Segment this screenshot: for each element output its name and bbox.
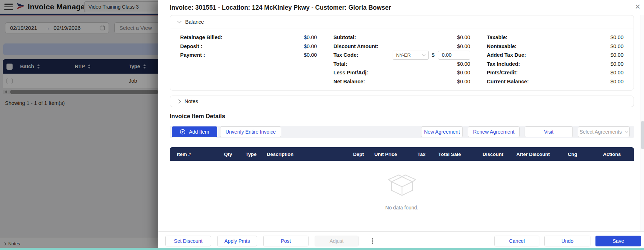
field-label: Nontaxable:: [487, 43, 517, 49]
drawer-titlebar: Invoice: 301551 - Location: 124 McKinley…: [170, 0, 634, 15]
apply-pmts-button[interactable]: Apply Pmts: [217, 236, 257, 246]
items-column-qty: Qty: [224, 152, 246, 157]
items-column-tax: Tax: [417, 152, 438, 157]
currency-symbol: $: [432, 52, 435, 58]
field-label: Net Balance:: [333, 79, 365, 84]
chevron-down-icon: [625, 129, 629, 133]
tax-code-select[interactable]: NY-ER: [393, 51, 429, 60]
field-label: Less Pmt/Adj:: [333, 70, 368, 75]
set-discount-button[interactable]: Set Discount: [165, 236, 211, 246]
field-value: $0.00: [457, 70, 470, 75]
empty-box-icon: [387, 174, 417, 200]
adjust-button[interactable]: Adjust: [315, 236, 358, 246]
balance-section: Balance Retainage Billed:$0.00 Deposit :…: [170, 15, 634, 91]
balance-col-3: Taxable:$0.00 Nontaxable:$0.00 Added Tax…: [487, 33, 624, 86]
plus-icon: [180, 129, 186, 135]
balance-grid: Retainage Billed:$0.00 Deposit :$0.00 Pa…: [170, 28, 634, 90]
items-column-chg: Chg: [568, 152, 603, 157]
items-column-dept: Dept: [353, 152, 374, 157]
notes-section-label: Notes: [184, 98, 198, 104]
unverify-invoice-button[interactable]: Unverify Entire Invoice: [220, 126, 281, 137]
field-value: $0.00: [611, 61, 624, 67]
items-column-actions: Actions: [603, 152, 634, 157]
field-label: Subtotal:: [333, 34, 356, 40]
balance-section-label: Balance: [185, 19, 204, 25]
chevron-down-icon: [177, 19, 181, 23]
field-value: $0.00: [611, 43, 624, 49]
items-column-total-sale: Total Sale: [438, 152, 483, 157]
tax-code-row: Tax Code: NY-ER $: [333, 51, 470, 60]
scrollbar-thumb[interactable]: [641, 121, 644, 149]
items-column-item: Item #: [177, 152, 224, 157]
field-value: $0.00: [304, 43, 317, 49]
undo-button[interactable]: Undo: [544, 236, 590, 246]
more-actions-icon[interactable]: [372, 238, 373, 244]
drawer-footer: Set Discount Apply Pmts Post Adjust Canc…: [158, 231, 644, 250]
add-item-label: Add Item: [189, 129, 209, 135]
field-value: $0.00: [457, 43, 470, 49]
drawer-title: Invoice: 301551 - Location: 124 McKinley…: [170, 4, 391, 11]
empty-state: No data found.: [170, 174, 634, 210]
field-label: Retainage Billed:: [180, 34, 223, 40]
notes-section: Notes: [170, 96, 634, 107]
tax-amount-input[interactable]: [438, 51, 470, 60]
field-value: $0.00: [304, 34, 317, 40]
field-label: Taxable:: [487, 34, 508, 40]
chevron-right-icon: [177, 99, 181, 103]
field-value: $0.00: [611, 52, 624, 58]
field-label: Tax Code:: [333, 52, 358, 58]
vertical-scrollbar[interactable]: [640, 15, 644, 231]
field-label: Total:: [333, 61, 347, 67]
select-agreements-label: Select Agreements: [580, 129, 622, 135]
renew-agreement-button[interactable]: Renew Agreement: [468, 126, 520, 137]
items-toolbar: Add Item Unverify Entire Invoice New Agr…: [170, 126, 634, 138]
cancel-button[interactable]: Cancel: [494, 236, 539, 246]
items-heading: Invoice Item Details: [170, 113, 634, 121]
field-label: Deposit :: [180, 43, 202, 49]
select-agreements-dropdown[interactable]: Select Agreements: [578, 126, 630, 137]
close-icon[interactable]: ×: [635, 1, 640, 12]
field-label: Tax Included:: [487, 61, 520, 67]
items-column-description: Description: [267, 152, 353, 157]
modal-dim-overlay: [0, 0, 158, 250]
window-bottom-edge: [0, 248, 644, 250]
balance-section-header[interactable]: Balance: [170, 15, 634, 28]
new-agreement-button[interactable]: New Agreement: [421, 126, 463, 137]
chevron-down-icon: [422, 52, 425, 56]
items-column-type: Type: [246, 152, 267, 157]
field-value: $0.00: [457, 34, 470, 40]
field-label: Current Balance:: [487, 79, 529, 84]
field-value: $0.00: [304, 52, 317, 58]
field-label: Pmts/Credit:: [487, 70, 518, 75]
save-button[interactable]: Save: [595, 236, 641, 246]
field-label: Added Tax Due:: [487, 52, 526, 58]
items-column-unit-price: Unit Price: [374, 152, 417, 157]
field-value: $0.00: [457, 61, 470, 67]
balance-col-1: Retainage Billed:$0.00 Deposit :$0.00 Pa…: [180, 33, 317, 86]
add-item-button[interactable]: Add Item: [172, 126, 217, 137]
field-value: $0.00: [611, 79, 624, 84]
field-value: $0.00: [611, 70, 624, 75]
items-table-header: Item # Qty Type Description Dept Unit Pr…: [170, 147, 634, 161]
items-column-discount: Discount: [483, 152, 516, 157]
screen: Invoice Manager Video Training Class 3 0…: [0, 0, 644, 250]
notes-section-header[interactable]: Notes: [170, 96, 634, 107]
field-value: $0.00: [611, 34, 624, 40]
field-label: Payment :: [180, 52, 205, 58]
balance-col-2: Subtotal:$0.00 Discount Amount:$0.00 Tax…: [333, 33, 470, 86]
empty-text: No data found.: [170, 205, 634, 210]
post-button[interactable]: Post: [263, 236, 309, 246]
items-column-after-discount: After Discount: [516, 152, 568, 157]
tax-code-value: NY-ER: [396, 52, 411, 58]
field-value: $0.00: [457, 79, 470, 84]
field-label: Discount Amount:: [333, 43, 378, 49]
invoice-drawer: Invoice: 301551 - Location: 124 McKinley…: [158, 0, 644, 250]
visit-button[interactable]: Visit: [525, 126, 573, 137]
